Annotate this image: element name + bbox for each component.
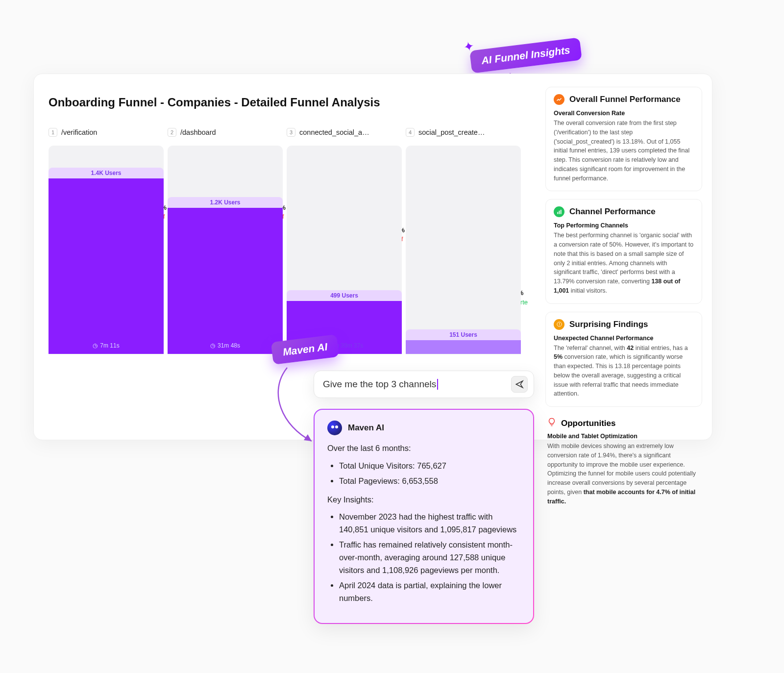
step-name: /verification (61, 128, 97, 136)
svg-rect-1 (557, 212, 558, 214)
chat-header: Maven AI (348, 423, 384, 433)
funnel-step-4: 4 social_post_create… 30.26% Converte 15… (406, 129, 521, 354)
page-title: Onboarding Funnel - Companies - Detailed… (49, 96, 521, 109)
chat-response-card: Maven AI Over the last 6 months: Total U… (314, 409, 534, 624)
list-item: Total Unique Visitors: 765,627 (339, 460, 520, 473)
insight-subtitle: Overall Conversion Rate (554, 110, 694, 117)
insight-title: Surprising Findings (569, 320, 648, 329)
insight-body: The best performing channel is 'organic … (554, 231, 694, 295)
insight-body: With mobile devices showing an extremely… (547, 442, 700, 506)
svg-rect-5 (559, 323, 560, 325)
chat-input-box[interactable]: Give me the top 3 channels (314, 371, 534, 398)
alert-icon (554, 319, 564, 330)
lightbulb-icon (547, 418, 556, 429)
clock-icon: ◷ (93, 342, 98, 349)
bar-chart-icon (554, 206, 564, 217)
insight-opportunities: Opportunities Mobile and Tablet Optimiza… (545, 415, 702, 506)
svg-rect-3 (560, 210, 561, 214)
step-number: 1 (49, 128, 57, 137)
chat-bullets-2: November 2023 had the highest traffic wi… (327, 511, 520, 604)
insight-title: Overall Funnel Performance (569, 95, 681, 104)
send-button[interactable] (511, 376, 528, 393)
insight-subtitle: Mobile and Tablet Optimization (547, 433, 700, 440)
time-badge: ◷ 7m 11s (93, 342, 119, 349)
insight-subtitle: Unexpected Channel Performance (554, 335, 694, 342)
insight-channel: Channel Performance Top Performing Chann… (545, 199, 702, 303)
chat-intro: Over the last 6 months: (327, 442, 520, 455)
list-item: Total Pageviews: 6,653,558 (339, 475, 520, 488)
list-item: Traffic has remained relatively consiste… (339, 539, 520, 576)
users-pill: 1.4K Users (49, 168, 164, 178)
sparkle-icon: ✦ (462, 38, 476, 55)
svg-rect-6 (559, 325, 560, 325)
step-number: 2 (168, 128, 176, 137)
insight-title: Channel Performance (569, 207, 656, 217)
insight-body: The overall conversion rate from the fir… (554, 119, 694, 183)
users-pill: 151 Users (406, 329, 521, 340)
insight-overall: Overall Funnel Performance Overall Conve… (545, 87, 702, 191)
funnel-chart: 1 /verification ↓16.81% Drop Off 1.4K Us… (49, 129, 521, 354)
insight-title: Opportunities (561, 419, 615, 428)
clock-icon: ◷ (210, 342, 215, 349)
list-item: November 2023 had the highest traffic wi… (339, 511, 520, 536)
insight-subtitle: Top Performing Channels (554, 222, 694, 229)
trend-up-icon (554, 94, 564, 105)
svg-rect-2 (559, 211, 560, 214)
maven-avatar-icon (327, 421, 342, 435)
chat-input-text[interactable]: Give me the top 3 channels (323, 379, 506, 390)
ai-funnel-insights-tag: AI Funnel Insights (469, 37, 582, 73)
step-number: 3 (287, 128, 295, 137)
chat-section: Give me the top 3 channels Maven AI Over… (314, 371, 534, 624)
funnel-step-2: 2 /dashboard ↓57.46% Drop Off 1.2K Users… (168, 129, 283, 354)
insights-panel: Overall Funnel Performance Overall Conve… (536, 74, 712, 440)
funnel-step-1: 1 /verification ↓16.81% Drop Off 1.4K Us… (49, 129, 164, 354)
insight-surprising: Surprising Findings Unexpected Channel P… (545, 312, 702, 407)
step-name: connected_social_a… (299, 128, 369, 136)
list-item: April 2024 data is partial, explaining t… (339, 579, 520, 604)
send-icon (515, 380, 524, 389)
chat-key-heading: Key Insights: (327, 494, 520, 506)
users-pill: 499 Users (287, 290, 402, 301)
insight-body: The 'referral' channel, with 42 initial … (554, 344, 694, 399)
step-number: 4 (406, 128, 415, 137)
text-cursor (437, 379, 438, 390)
step-name: /dashboard (180, 128, 216, 136)
time-badge: ◷ 31m 48s (210, 342, 240, 349)
step-name: social_post_create… (418, 128, 485, 136)
users-pill: 1.2K Users (168, 197, 283, 208)
chat-bullets-1: Total Unique Visitors: 765,627 Total Pag… (327, 460, 520, 488)
funnel-step-3: 3 connected_social_a… ↓69.74% Drop Off 4… (287, 129, 402, 354)
